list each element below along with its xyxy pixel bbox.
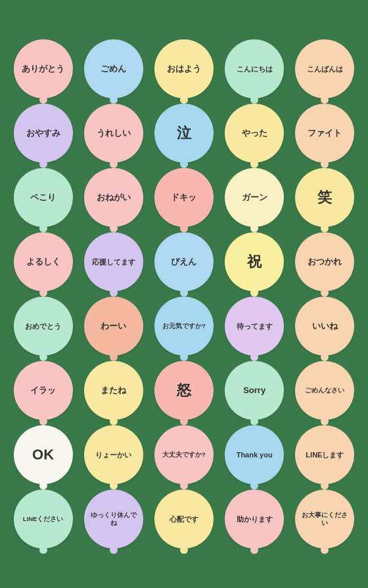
bubble-text: 祝 bbox=[247, 253, 262, 272]
speech-bubble[interactable]: 祝 bbox=[225, 232, 284, 291]
speech-bubble[interactable]: いいね bbox=[295, 297, 354, 356]
bubble-text: 待ってます bbox=[237, 322, 273, 331]
bubble-text: ぴえん bbox=[171, 257, 196, 268]
speech-bubble[interactable]: ファイト bbox=[295, 104, 354, 163]
bubble-text: またね bbox=[101, 385, 126, 396]
bubble-text: ごめんなさい bbox=[305, 387, 344, 394]
bubble-text: LINEください bbox=[23, 515, 64, 523]
bubble-text: 応援してます bbox=[92, 257, 135, 266]
speech-bubble[interactable]: ごめんなさい bbox=[295, 361, 354, 420]
speech-bubble[interactable]: ガーン bbox=[225, 168, 284, 227]
speech-bubble[interactable]: LINEください bbox=[14, 490, 73, 549]
speech-bubble[interactable]: お大事にください bbox=[295, 490, 354, 549]
speech-bubble[interactable]: ドキッ bbox=[154, 168, 214, 227]
speech-bubble[interactable]: おはよう bbox=[154, 39, 214, 98]
speech-bubble[interactable]: 大丈夫ですか? bbox=[154, 425, 214, 484]
bubble-text: おねがい bbox=[97, 192, 131, 203]
speech-bubble[interactable]: こんにちは bbox=[225, 39, 284, 98]
bubble-text: OK bbox=[32, 446, 54, 465]
bubble-text: やった bbox=[242, 128, 267, 139]
bubble-text: 怒 bbox=[177, 381, 191, 400]
speech-bubble[interactable]: LINEします bbox=[295, 425, 354, 484]
bubble-text: 笑 bbox=[317, 188, 332, 207]
speech-bubble[interactable]: ありがとう bbox=[14, 39, 73, 98]
speech-bubble[interactable]: Thank you bbox=[225, 425, 284, 484]
bubble-text: わーい bbox=[101, 321, 126, 332]
speech-bubble[interactable]: ぴえん bbox=[154, 232, 214, 291]
speech-bubble[interactable]: 待ってます bbox=[225, 297, 284, 356]
speech-bubble[interactable]: おつかれ bbox=[295, 232, 354, 291]
bubble-text: 心配です bbox=[170, 514, 198, 524]
speech-bubble[interactable]: 心配です bbox=[154, 490, 214, 549]
bubble-text: 泣 bbox=[177, 124, 191, 143]
speech-bubble[interactable]: 応援してます bbox=[84, 232, 143, 291]
speech-bubble[interactable]: OK bbox=[14, 425, 73, 484]
speech-bubble[interactable]: おねがい bbox=[84, 168, 143, 227]
bubble-text: こんばんは bbox=[307, 64, 343, 74]
bubble-text: イラッ bbox=[30, 385, 56, 396]
speech-bubble[interactable]: ペこり bbox=[14, 168, 73, 227]
speech-bubble[interactable]: お元気ですか? bbox=[154, 297, 214, 356]
speech-bubble[interactable]: こんばんは bbox=[295, 39, 354, 98]
bubble-text: おはよう bbox=[167, 64, 201, 75]
speech-bubble[interactable]: よるしく bbox=[14, 232, 73, 291]
bubble-text: よるしく bbox=[26, 257, 60, 268]
speech-bubble[interactable]: おやすみ bbox=[14, 104, 73, 163]
speech-bubble[interactable]: 笑 bbox=[295, 168, 354, 227]
bubble-text: ありがとう bbox=[22, 64, 64, 75]
speech-bubble[interactable]: うれしい bbox=[84, 104, 143, 163]
speech-bubble[interactable]: 泣 bbox=[154, 104, 214, 163]
speech-bubble[interactable]: イラッ bbox=[14, 361, 73, 420]
bubble-text: おやすみ bbox=[26, 128, 60, 139]
bubble-text: こんにちは bbox=[237, 64, 273, 74]
bubble-text: ドキッ bbox=[171, 192, 196, 203]
bubble-text: お元気ですか? bbox=[162, 322, 206, 330]
speech-bubble[interactable]: ゆっくり休んでね bbox=[84, 490, 143, 549]
emoji-grid: ありがとうごめんおはようこんにちはこんばんはおやすみうれしい泣やったファイトペこ… bbox=[0, 29, 368, 559]
bubble-text: ごめん bbox=[101, 64, 126, 75]
bubble-text: Sorry bbox=[243, 385, 265, 396]
bubble-text: 大丈夫ですか? bbox=[162, 451, 206, 459]
bubble-text: ファイト bbox=[308, 128, 342, 139]
bubble-text: LINEします bbox=[306, 450, 344, 459]
bubble-text: 助かります bbox=[237, 514, 273, 524]
speech-bubble[interactable]: 助かります bbox=[225, 490, 284, 549]
speech-bubble[interactable]: おめでとう bbox=[14, 297, 73, 356]
bubble-text: ゆっくり休んでね bbox=[89, 511, 138, 528]
speech-bubble[interactable]: やった bbox=[225, 104, 284, 163]
bubble-text: うれしい bbox=[97, 128, 131, 139]
bubble-text: いいね bbox=[312, 321, 338, 332]
bubble-text: ガーン bbox=[242, 192, 267, 203]
bubble-text: おめでとう bbox=[25, 322, 61, 331]
bubble-text: Thank you bbox=[237, 450, 273, 459]
bubble-text: ペこり bbox=[30, 192, 56, 203]
bubble-text: お大事にください bbox=[300, 511, 349, 528]
bubble-text: おつかれ bbox=[308, 257, 342, 268]
speech-bubble[interactable]: 怒 bbox=[154, 361, 214, 420]
bubble-text: りょーかい bbox=[95, 450, 131, 459]
speech-bubble[interactable]: ごめん bbox=[84, 39, 143, 98]
speech-bubble[interactable]: Sorry bbox=[225, 361, 284, 420]
speech-bubble[interactable]: またね bbox=[84, 361, 143, 420]
speech-bubble[interactable]: りょーかい bbox=[84, 425, 143, 484]
speech-bubble[interactable]: わーい bbox=[84, 297, 143, 356]
